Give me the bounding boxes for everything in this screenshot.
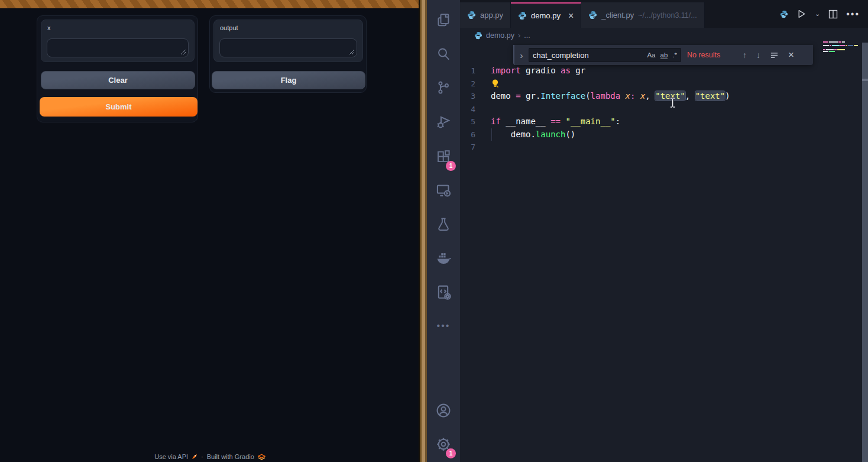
line-number: 7	[460, 141, 491, 154]
toggle-replace-chevron-icon[interactable]: ›	[514, 50, 529, 60]
scrollbar-mark	[862, 79, 868, 81]
search-icon[interactable]	[427, 42, 460, 66]
scrollbar-track[interactable]	[862, 43, 868, 462]
line-number: 2	[460, 77, 491, 91]
resize-handle-icon[interactable]	[180, 49, 186, 55]
loading-stripes-bar	[0, 0, 427, 8]
output-label: output	[220, 24, 238, 31]
line-number: 6	[460, 128, 491, 141]
input-textarea[interactable]	[47, 38, 189, 57]
find-input-box: Aa ab .*	[529, 48, 681, 62]
code-line: 1import gradio as gr	[460, 64, 868, 77]
tab-close-icon[interactable]: ×	[568, 11, 574, 21]
python-env-icon	[780, 10, 788, 18]
breadcrumb-chevron-icon: ›	[518, 31, 520, 40]
code-line: 5if __name__ == "__main__":	[460, 115, 868, 128]
use-via-api-link[interactable]: Use via API	[154, 453, 188, 460]
tab-label: demo.py	[531, 11, 561, 20]
testing-flask-icon[interactable]	[427, 212, 460, 236]
breadcrumb-file[interactable]: demo.py	[486, 31, 514, 40]
find-previous-icon[interactable]: ↑	[743, 50, 747, 60]
run-debug-icon[interactable]	[427, 110, 460, 134]
match-case-icon[interactable]: Aa	[647, 51, 655, 59]
python-file-icon	[467, 11, 476, 20]
line-number: 5	[460, 115, 491, 128]
gradio-logo-icon	[258, 454, 265, 460]
source-control-icon[interactable]	[427, 76, 460, 99]
input-column-group: x Clear Submit	[37, 15, 198, 122]
code-line: 6 demo.launch()	[460, 128, 868, 141]
find-close-icon[interactable]: ×	[788, 49, 794, 61]
output-panel: output	[213, 20, 363, 62]
regex-icon[interactable]: .*	[672, 51, 677, 59]
split-editor-icon[interactable]	[828, 9, 838, 19]
submit-button[interactable]: Submit	[40, 97, 197, 117]
output-textarea[interactable]	[219, 38, 357, 57]
settings-badge: 1	[446, 448, 456, 458]
find-results-status: No results	[687, 51, 739, 59]
rocket-icon	[192, 454, 197, 460]
more-actions-icon[interactable]: •••	[846, 9, 860, 20]
breadcrumb[interactable]: demo.py › ...	[460, 28, 868, 43]
window-edge-divider	[419, 0, 427, 462]
code-line: 4	[460, 103, 868, 116]
gradio-footer: Use via API · Built with Gradio	[0, 453, 420, 462]
remote-explorer-icon[interactable]	[427, 179, 460, 202]
input-label: x	[47, 24, 51, 31]
line-number: 1	[460, 64, 491, 77]
built-with-gradio-link[interactable]: Built with Gradio	[207, 453, 254, 460]
explorer-icon[interactable]	[427, 8, 460, 32]
line-number: 3	[460, 90, 491, 103]
whole-word-icon[interactable]: ab	[660, 51, 668, 59]
account-icon[interactable]	[427, 399, 460, 422]
vscode-window: 1 ••• 1	[427, 0, 868, 462]
settings-gear-icon[interactable]: 1	[427, 432, 460, 456]
breadcrumb-symbol[interactable]: ...	[524, 31, 530, 40]
editor-actions: ⌄ •••	[772, 0, 868, 28]
code-line: 7	[460, 141, 868, 154]
tab-path-detail: ~/.../python3.11/...	[638, 11, 697, 20]
tab-app-py[interactable]: app.py	[460, 2, 511, 28]
run-dropdown-chevron-icon[interactable]: ⌄	[815, 10, 820, 18]
more-views-icon[interactable]: •••	[427, 314, 460, 338]
resize-handle-icon[interactable]	[349, 49, 355, 55]
find-query-input[interactable]	[529, 51, 644, 60]
code-editor[interactable]: 1import gradio as gr23demo = gr.Interfac…	[460, 64, 868, 154]
clear-button[interactable]: Clear	[41, 71, 195, 89]
python-file-icon	[474, 31, 482, 40]
screen: x Clear Submit output Flag Use via API ·…	[0, 0, 868, 462]
code-lines: 1import gradio as gr23demo = gr.Interfac…	[460, 64, 868, 154]
find-widget: › Aa ab .* No results ↑ ↓ ×	[513, 45, 813, 65]
find-in-selection-icon[interactable]	[770, 51, 779, 60]
find-next-icon[interactable]: ↓	[756, 50, 760, 60]
code-line: 2	[460, 77, 868, 91]
extensions-icon[interactable]: 1	[427, 145, 460, 169]
mouse-text-cursor	[669, 97, 676, 108]
run-file-icon[interactable]	[796, 9, 807, 19]
tab-label: _client.py	[601, 11, 634, 20]
python-file-icon	[518, 11, 527, 20]
line-number: 4	[460, 103, 491, 116]
docker-icon[interactable]	[427, 247, 460, 270]
editor-tab-bar: app.py demo.py × _client.py ~/.../python…	[460, 0, 868, 28]
output-column-group: output Flag	[209, 15, 367, 93]
find-nav: ↑ ↓ ×	[743, 49, 794, 61]
activity-bar: 1 ••• 1	[427, 0, 460, 462]
tab-demo-py[interactable]: demo.py ×	[511, 2, 581, 28]
flag-button[interactable]: Flag	[212, 71, 365, 89]
gradio-app: x Clear Submit output Flag Use via API ·…	[0, 8, 420, 462]
extensions-badge: 1	[446, 161, 456, 171]
python-file-icon	[588, 11, 597, 20]
input-panel: x	[41, 20, 195, 62]
file-settings-icon[interactable]	[427, 280, 460, 304]
tab-client-py[interactable]: _client.py ~/.../python3.11/...	[581, 2, 704, 28]
code-line: 3demo = gr.Interface(lambda x: x, "text"…	[460, 90, 868, 103]
tab-label: app.py	[480, 11, 503, 20]
footer-separator: ·	[201, 453, 203, 460]
